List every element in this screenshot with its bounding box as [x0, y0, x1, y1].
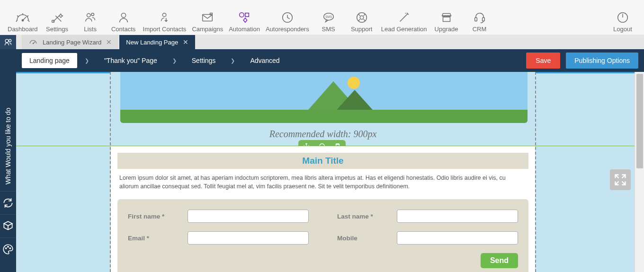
- email-input[interactable]: [188, 231, 309, 245]
- nav-label: Logout: [613, 26, 632, 33]
- step-landing-page[interactable]: Landing page: [22, 53, 77, 68]
- chevron-right-icon: ❯: [223, 58, 242, 64]
- nav-settings[interactable]: Settings: [41, 9, 74, 34]
- envelope-icon: [199, 9, 215, 26]
- clock-icon: [279, 9, 295, 26]
- svg-point-19: [5, 39, 9, 43]
- chevron-right-icon: ❯: [77, 58, 97, 64]
- svg-point-8: [240, 13, 244, 17]
- svg-rect-7: [210, 13, 213, 15]
- nav-campaigns[interactable]: Campaigns: [189, 9, 226, 34]
- nav-contacts[interactable]: Contacts: [107, 9, 140, 34]
- side-corner-icon[interactable]: [0, 35, 16, 49]
- tab-label: New Landing Page: [126, 39, 178, 46]
- gauge-icon: [28, 37, 38, 47]
- tools-icon: [49, 9, 65, 26]
- tab-landing-wizard[interactable]: Landing Page Wizard ✕: [22, 35, 118, 49]
- publishing-options-button[interactable]: Publishing Options: [566, 53, 638, 69]
- nav-automation[interactable]: Automation: [226, 9, 263, 34]
- sidebar-palette-button[interactable]: [0, 238, 16, 261]
- power-icon: [615, 9, 631, 26]
- tab-label: Landing Page Wizard: [43, 39, 101, 46]
- close-icon[interactable]: ✕: [106, 39, 112, 45]
- fullscreen-button[interactable]: [610, 169, 631, 190]
- svg-point-2: [87, 14, 90, 18]
- mobile-label: Mobile: [337, 235, 389, 242]
- nav-label: Dashboard: [8, 26, 38, 33]
- canvas[interactable]: Recommended width: 900px Main Title Lore…: [16, 72, 644, 272]
- store-icon: [438, 9, 455, 26]
- top-nav: Dashboard Settings Lists Contacts Import…: [0, 0, 644, 35]
- first-name-input[interactable]: [188, 210, 309, 223]
- svg-point-5: [163, 13, 167, 17]
- nav-label: Settings: [46, 26, 68, 33]
- nav-crm[interactable]: CRM: [463, 9, 496, 34]
- people-icon: [82, 9, 98, 26]
- first-name-label: First name *: [128, 213, 180, 220]
- svg-rect-17: [482, 18, 484, 21]
- nav-dashboard[interactable]: Dashboard: [5, 9, 41, 34]
- workspace: Landing page ❯ "Thank you" Page ❯ Settin…: [16, 49, 644, 272]
- nav-label: Contacts: [111, 26, 135, 33]
- gauge-icon: [15, 9, 31, 26]
- nav-upgrade[interactable]: Upgrade: [430, 9, 463, 34]
- recommended-width-label: Recommended width: 900px: [110, 129, 536, 140]
- contact-icon: [116, 9, 132, 26]
- send-button[interactable]: Send: [481, 253, 518, 268]
- step-thank-you[interactable]: "Thank you" Page: [97, 53, 165, 68]
- svg-point-22: [6, 248, 7, 249]
- nav-support[interactable]: Support: [345, 9, 378, 34]
- nav-label: Lead Generation: [381, 26, 427, 33]
- last-name-label: Last name *: [337, 213, 389, 220]
- svg-point-23: [8, 246, 9, 247]
- mobile-input[interactable]: [397, 231, 518, 245]
- nav-label: Upgrade: [435, 26, 458, 33]
- automation-icon: [236, 9, 252, 26]
- svg-rect-6: [203, 14, 213, 21]
- step-advanced[interactable]: Advanced: [242, 53, 287, 68]
- sidebar-rot-label[interactable]: What Would you like to do: [4, 49, 12, 191]
- nav-label: Campaigns: [192, 26, 223, 33]
- close-icon[interactable]: ✕: [183, 39, 188, 45]
- nav-label: SMS: [322, 26, 335, 33]
- nav-logout[interactable]: Logout: [606, 9, 639, 34]
- step-bar: Landing page ❯ "Thank you" Page ❯ Settin…: [16, 49, 644, 72]
- nav-lists[interactable]: Lists: [74, 9, 107, 34]
- left-sidebar: What Would you like to do: [0, 49, 16, 272]
- nav-label: Import Contacts: [143, 26, 187, 33]
- lifebuoy-icon: [354, 9, 370, 26]
- last-name-input[interactable]: [397, 210, 518, 223]
- nav-lead-generation[interactable]: Lead Generation: [378, 9, 430, 34]
- headset-icon: [472, 9, 488, 26]
- import-icon: [156, 9, 172, 26]
- nav-label: CRM: [473, 26, 487, 33]
- nav-label: Lists: [84, 26, 97, 33]
- hero-image-placeholder[interactable]: [120, 72, 528, 123]
- sidebar-refresh-button[interactable]: [0, 192, 16, 214]
- svg-rect-9: [245, 13, 249, 17]
- lorem-text[interactable]: Lorem ipsum dolor sit amet, at has aperi…: [119, 174, 527, 191]
- svg-point-20: [9, 39, 11, 42]
- chevron-right-icon: ❯: [165, 58, 184, 64]
- svg-point-24: [9, 248, 10, 249]
- svg-text:SMS: SMS: [325, 15, 332, 18]
- nav-sms[interactable]: SMS SMS: [312, 9, 345, 34]
- svg-point-21: [33, 43, 34, 44]
- content-panel[interactable]: Main Title Lorem ipsum dolor sit amet, a…: [111, 146, 535, 272]
- nav-label: Autoresponders: [266, 26, 309, 33]
- scroll-thumb[interactable]: [636, 74, 643, 168]
- step-settings[interactable]: Settings: [184, 53, 224, 68]
- tab-new-landing-page[interactable]: New Landing Page ✕: [119, 35, 195, 49]
- sidebar-blocks-button[interactable]: [0, 215, 16, 237]
- email-label: Email *: [128, 235, 180, 242]
- tabs-bar: Landing Page Wizard ✕ New Landing Page ✕: [0, 35, 644, 49]
- svg-rect-16: [474, 18, 477, 21]
- save-button[interactable]: Save: [526, 53, 560, 69]
- nav-import-contacts[interactable]: Import Contacts: [140, 9, 189, 34]
- vertical-scrollbar[interactable]: [635, 72, 644, 272]
- nav-autoresponders[interactable]: Autoresponders: [263, 9, 312, 34]
- signup-form[interactable]: First name * Last name * Email *: [117, 199, 528, 272]
- main-title[interactable]: Main Title: [117, 153, 528, 169]
- svg-point-3: [91, 13, 94, 16]
- sms-icon: SMS: [321, 9, 337, 26]
